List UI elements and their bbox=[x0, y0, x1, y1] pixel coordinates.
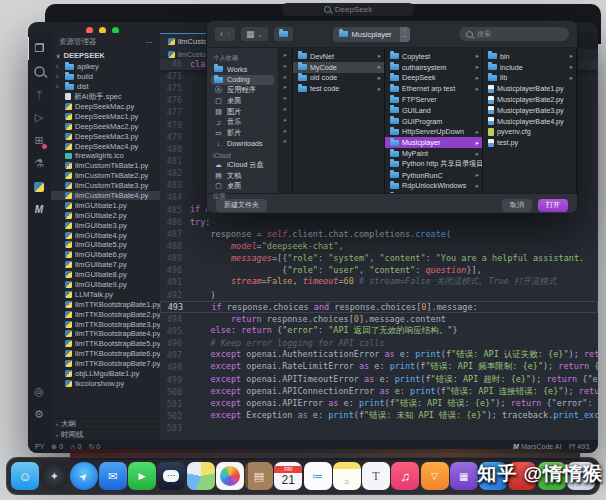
python-extension-icon[interactable] bbox=[28, 175, 50, 198]
messages-icon[interactable]: … bbox=[157, 462, 185, 490]
column-item[interactable]: MusicplayerBate4.py bbox=[483, 116, 576, 127]
file-tree-item[interactable]: ›apikey bbox=[51, 62, 160, 72]
column-item[interactable]: RdpUnlockWindows▸ bbox=[385, 181, 482, 192]
file-tree-item[interactable]: objLLMguiBate1.py bbox=[51, 369, 160, 379]
dialog-search-field[interactable]: 搜索 bbox=[459, 27, 569, 41]
column-item[interactable]: bin▸ bbox=[483, 51, 576, 62]
column-item[interactable]: PythonRunC▸ bbox=[385, 170, 482, 181]
file-tree-item[interactable]: llmGUIbate4.py bbox=[51, 230, 160, 240]
file-tree-item[interactable]: llmTTKBootstrapBate6.py bbox=[51, 349, 160, 359]
file-tree-item[interactable]: llmCustomTkBate2.py bbox=[51, 171, 160, 181]
column-item[interactable]: test code▸ bbox=[293, 83, 384, 94]
file-tree-item[interactable]: llmGUIbate5.py bbox=[51, 240, 160, 250]
code-line[interactable]: 489 messages=[{"role": "system", "conten… bbox=[160, 252, 598, 264]
code-line[interactable]: 501 except openai.APIError as e: print(f… bbox=[160, 398, 598, 410]
sidebar-item[interactable]: ▨图片 bbox=[211, 106, 274, 117]
file-tree-item[interactable]: llmCustomTkBate1.py bbox=[51, 161, 160, 171]
file-tree-item[interactable]: 新AI助手.spec bbox=[51, 92, 160, 102]
file-tree-item[interactable]: DeepSeekMac4.py bbox=[51, 141, 160, 151]
books-icon[interactable]: ▽ bbox=[421, 462, 449, 490]
search-icon[interactable] bbox=[28, 60, 50, 83]
column-item[interactable]: Ethernet arp test▸ bbox=[385, 83, 482, 94]
code-line[interactable]: 490 {"role": "user", "content": question… bbox=[160, 264, 598, 276]
code-line[interactable]: 500 except openai.APIConnectionError as … bbox=[160, 386, 598, 398]
file-tree-item[interactable]: llmGUIbate7.py bbox=[51, 260, 160, 270]
sidebar-item[interactable]: Ⓐ应用程序 bbox=[211, 85, 274, 96]
file-tree-item[interactable]: llmGUIbate2.py bbox=[51, 210, 160, 220]
column-item[interactable]: include▸ bbox=[483, 62, 576, 73]
command-center[interactable]: DeepSeek bbox=[283, 3, 413, 16]
column-item[interactable]: old code▸ bbox=[293, 73, 384, 84]
music-icon[interactable]: ♫ bbox=[391, 462, 419, 490]
mail-icon[interactable]: ✉ bbox=[99, 462, 127, 490]
column-item[interactable]: lib▸ bbox=[483, 73, 576, 84]
code-line[interactable]: 491 stream=False, timeout=60 # stream=Fa… bbox=[160, 276, 598, 288]
calculator-icon[interactable]: ▦ bbox=[450, 462, 478, 490]
code-line[interactable]: 503 bbox=[160, 422, 598, 434]
column-item[interactable]: cuthairsystem▸ bbox=[385, 62, 482, 73]
column-item[interactable]: StorageSystem▸ bbox=[385, 191, 482, 193]
launchpad-icon[interactable]: ✦ bbox=[40, 462, 68, 490]
photos-icon[interactable] bbox=[216, 462, 244, 490]
maps-icon[interactable] bbox=[187, 462, 215, 490]
new-folder-button[interactable]: 新建文件夹 bbox=[216, 199, 267, 212]
explorer-icon[interactable]: ❐ bbox=[28, 37, 51, 60]
file-tree-item[interactable]: ›build bbox=[51, 72, 160, 82]
sidebar-item[interactable]: ▤文稿 bbox=[211, 170, 274, 181]
textedit-icon[interactable]: T bbox=[362, 462, 390, 490]
sidebar-item[interactable]: ↓Downloads bbox=[211, 138, 274, 149]
testing-icon[interactable]: ⚗ bbox=[28, 152, 50, 175]
view-mode-button[interactable]: ▦⌄ bbox=[241, 27, 268, 41]
file-tree-item[interactable]: llmTTKBootstrapBate5.py bbox=[51, 339, 160, 349]
status-item[interactable]: PY bbox=[35, 443, 44, 450]
code-line[interactable]: 502 except Exception as e: print(f"错误: 未… bbox=[160, 410, 598, 422]
file-tree-item[interactable]: llmTTKBootstrapBate3.py bbox=[51, 319, 160, 329]
file-tree-item[interactable]: LLMTalk.py bbox=[51, 289, 160, 299]
timeline-section[interactable]: ›时间线 bbox=[51, 429, 160, 440]
column-item[interactable]: Musicplayer▸ bbox=[385, 137, 482, 148]
file-tree-item[interactable]: llmGUIbate6.py bbox=[51, 250, 160, 260]
column-item[interactable]: pyvenv.cfg bbox=[483, 127, 576, 138]
contacts-icon[interactable]: ▤ bbox=[245, 462, 273, 490]
sidebar-item[interactable]: ♫音乐 bbox=[211, 117, 274, 128]
run-debug-icon[interactable]: ▷ bbox=[28, 106, 50, 129]
file-tree-item[interactable]: llmGUIbate1.py bbox=[51, 200, 160, 210]
project-root[interactable]: ∨ DEEPSEEK bbox=[51, 49, 160, 62]
column-item[interactable]: test.py bbox=[483, 137, 576, 148]
file-tree-item[interactable]: DeepSeekMac2.py bbox=[51, 121, 160, 131]
column-item[interactable]: DevNet▸ bbox=[293, 51, 384, 62]
folder-toggle-button[interactable] bbox=[274, 27, 293, 41]
file-tree-item[interactable]: DeepSeekMac1.py bbox=[51, 111, 160, 121]
column-item[interactable]: DeepSeek▸ bbox=[385, 73, 482, 84]
file-tree-item[interactable]: llmCustomTkBate3.py bbox=[51, 181, 160, 191]
more-actions-icon[interactable]: ⋯ bbox=[146, 38, 154, 47]
column-item[interactable]: MusicplayerBate2.py bbox=[483, 94, 576, 105]
code-line[interactable]: 495 else: return {"error": "API 返回了无效的响应… bbox=[160, 325, 598, 337]
sidebar-item[interactable]: ☁iCloud 云盘 bbox=[211, 160, 274, 171]
file-tree-item[interactable]: firewallgirls.ico bbox=[51, 151, 160, 161]
code-line[interactable]: 487 response = self.client.chat.completi… bbox=[160, 228, 598, 240]
code-line[interactable]: 488 model="deepseek-chat", bbox=[160, 240, 598, 252]
code-line[interactable]: 494 return response.choices[0].message.c… bbox=[160, 313, 598, 325]
column-item[interactable]: MusicplayerBate1.py bbox=[483, 83, 576, 94]
finder-icon[interactable]: ☺ bbox=[11, 462, 39, 490]
facetime-icon[interactable]: ▶ bbox=[128, 462, 156, 490]
open-button[interactable]: 打开 bbox=[538, 199, 568, 212]
code-line[interactable]: 492 ) bbox=[160, 289, 598, 301]
file-tree-item[interactable]: llmGUIbate3.py bbox=[51, 220, 160, 230]
location-popup[interactable]: Musicplayer ⌃⌄ bbox=[333, 27, 410, 42]
back-button[interactable]: ‹› bbox=[215, 27, 235, 41]
file-tree-item[interactable]: llmGUIbate9.py bbox=[51, 280, 160, 290]
column-item[interactable]: FTPServer bbox=[385, 94, 482, 105]
sidebar-item[interactable]: ▢桌面 bbox=[211, 181, 274, 192]
code-line[interactable]: 499 except openai.APITimeoutError as e: … bbox=[160, 374, 598, 386]
sidebar-item[interactable]: Works bbox=[211, 64, 274, 75]
extensions-icon[interactable]: ⊞ bbox=[28, 129, 50, 152]
file-tree-item[interactable]: llmTTKBootstrapBate7.py bbox=[51, 359, 160, 369]
column-item[interactable]: MusicplayerBate3.py bbox=[483, 105, 576, 116]
column-item[interactable]: MyPaint▸ bbox=[385, 148, 482, 159]
column-item[interactable]: GUIProgram bbox=[385, 116, 482, 127]
sidebar-item[interactable]: ▢桌面 bbox=[211, 96, 274, 107]
settings-gear-icon[interactable]: ⚙ bbox=[28, 403, 50, 426]
file-tree-item[interactable]: llmCustomTkBate4.py bbox=[51, 191, 160, 201]
